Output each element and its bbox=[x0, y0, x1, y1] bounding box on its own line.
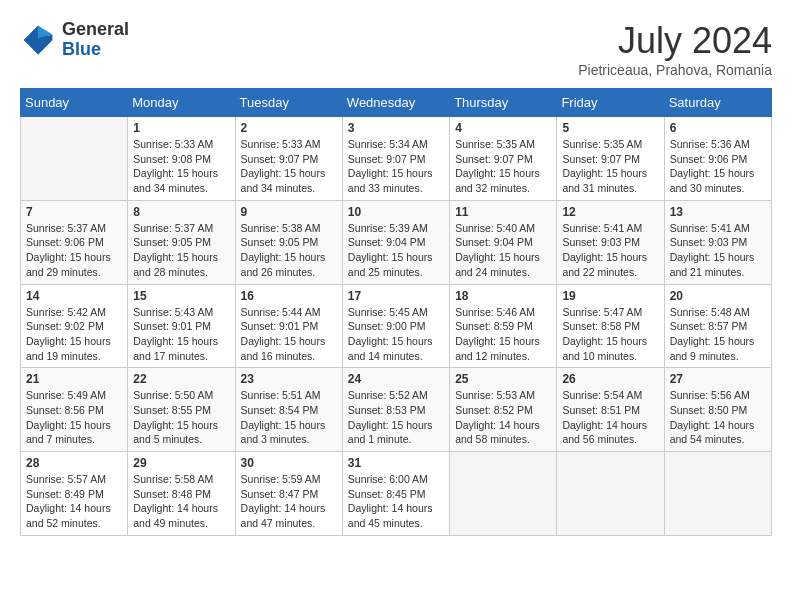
calendar-week-4: 21Sunrise: 5:49 AMSunset: 8:56 PMDayligh… bbox=[21, 368, 772, 452]
calendar-cell: 5Sunrise: 5:35 AMSunset: 9:07 PMDaylight… bbox=[557, 117, 664, 201]
calendar-cell: 16Sunrise: 5:44 AMSunset: 9:01 PMDayligh… bbox=[235, 284, 342, 368]
calendar-cell: 6Sunrise: 5:36 AMSunset: 9:06 PMDaylight… bbox=[664, 117, 771, 201]
day-info: Sunrise: 5:49 AMSunset: 8:56 PMDaylight:… bbox=[26, 388, 122, 447]
day-number: 24 bbox=[348, 372, 444, 386]
day-info: Sunrise: 5:53 AMSunset: 8:52 PMDaylight:… bbox=[455, 388, 551, 447]
calendar-cell: 24Sunrise: 5:52 AMSunset: 8:53 PMDayligh… bbox=[342, 368, 449, 452]
day-info: Sunrise: 5:58 AMSunset: 8:48 PMDaylight:… bbox=[133, 472, 229, 531]
logo-icon bbox=[20, 22, 56, 58]
calendar-table: SundayMondayTuesdayWednesdayThursdayFrid… bbox=[20, 88, 772, 536]
day-info: Sunrise: 5:38 AMSunset: 9:05 PMDaylight:… bbox=[241, 221, 337, 280]
calendar-cell: 11Sunrise: 5:40 AMSunset: 9:04 PMDayligh… bbox=[450, 200, 557, 284]
calendar-cell: 2Sunrise: 5:33 AMSunset: 9:07 PMDaylight… bbox=[235, 117, 342, 201]
header-day-tuesday: Tuesday bbox=[235, 89, 342, 117]
day-info: Sunrise: 5:54 AMSunset: 8:51 PMDaylight:… bbox=[562, 388, 658, 447]
day-number: 30 bbox=[241, 456, 337, 470]
day-info: Sunrise: 5:33 AMSunset: 9:07 PMDaylight:… bbox=[241, 137, 337, 196]
day-info: Sunrise: 5:46 AMSunset: 8:59 PMDaylight:… bbox=[455, 305, 551, 364]
calendar-cell bbox=[557, 452, 664, 536]
calendar-cell: 31Sunrise: 6:00 AMSunset: 8:45 PMDayligh… bbox=[342, 452, 449, 536]
day-number: 16 bbox=[241, 289, 337, 303]
header-day-wednesday: Wednesday bbox=[342, 89, 449, 117]
day-number: 2 bbox=[241, 121, 337, 135]
calendar-cell bbox=[21, 117, 128, 201]
calendar-cell: 8Sunrise: 5:37 AMSunset: 9:05 PMDaylight… bbox=[128, 200, 235, 284]
calendar-header: SundayMondayTuesdayWednesdayThursdayFrid… bbox=[21, 89, 772, 117]
day-number: 20 bbox=[670, 289, 766, 303]
calendar-cell: 22Sunrise: 5:50 AMSunset: 8:55 PMDayligh… bbox=[128, 368, 235, 452]
day-number: 11 bbox=[455, 205, 551, 219]
header-day-sunday: Sunday bbox=[21, 89, 128, 117]
calendar-cell: 10Sunrise: 5:39 AMSunset: 9:04 PMDayligh… bbox=[342, 200, 449, 284]
day-info: Sunrise: 5:48 AMSunset: 8:57 PMDaylight:… bbox=[670, 305, 766, 364]
calendar-cell: 7Sunrise: 5:37 AMSunset: 9:06 PMDaylight… bbox=[21, 200, 128, 284]
logo-text: General Blue bbox=[62, 20, 129, 60]
calendar-week-3: 14Sunrise: 5:42 AMSunset: 9:02 PMDayligh… bbox=[21, 284, 772, 368]
header-day-friday: Friday bbox=[557, 89, 664, 117]
day-number: 27 bbox=[670, 372, 766, 386]
calendar-body: 1Sunrise: 5:33 AMSunset: 9:08 PMDaylight… bbox=[21, 117, 772, 536]
day-number: 4 bbox=[455, 121, 551, 135]
day-number: 7 bbox=[26, 205, 122, 219]
day-info: Sunrise: 5:33 AMSunset: 9:08 PMDaylight:… bbox=[133, 137, 229, 196]
calendar-cell: 21Sunrise: 5:49 AMSunset: 8:56 PMDayligh… bbox=[21, 368, 128, 452]
calendar-cell: 14Sunrise: 5:42 AMSunset: 9:02 PMDayligh… bbox=[21, 284, 128, 368]
day-info: Sunrise: 5:51 AMSunset: 8:54 PMDaylight:… bbox=[241, 388, 337, 447]
day-info: Sunrise: 5:40 AMSunset: 9:04 PMDaylight:… bbox=[455, 221, 551, 280]
title-block: July 2024 Pietriceaua, Prahova, Romania bbox=[578, 20, 772, 78]
day-info: Sunrise: 5:37 AMSunset: 9:06 PMDaylight:… bbox=[26, 221, 122, 280]
day-number: 12 bbox=[562, 205, 658, 219]
calendar-cell: 4Sunrise: 5:35 AMSunset: 9:07 PMDaylight… bbox=[450, 117, 557, 201]
calendar-cell: 23Sunrise: 5:51 AMSunset: 8:54 PMDayligh… bbox=[235, 368, 342, 452]
logo-general: General bbox=[62, 20, 129, 40]
day-number: 3 bbox=[348, 121, 444, 135]
calendar-cell: 1Sunrise: 5:33 AMSunset: 9:08 PMDaylight… bbox=[128, 117, 235, 201]
day-number: 29 bbox=[133, 456, 229, 470]
calendar-cell: 29Sunrise: 5:58 AMSunset: 8:48 PMDayligh… bbox=[128, 452, 235, 536]
day-info: Sunrise: 5:34 AMSunset: 9:07 PMDaylight:… bbox=[348, 137, 444, 196]
calendar-cell: 15Sunrise: 5:43 AMSunset: 9:01 PMDayligh… bbox=[128, 284, 235, 368]
day-number: 19 bbox=[562, 289, 658, 303]
day-info: Sunrise: 5:45 AMSunset: 9:00 PMDaylight:… bbox=[348, 305, 444, 364]
calendar-title: July 2024 bbox=[578, 20, 772, 62]
header-day-thursday: Thursday bbox=[450, 89, 557, 117]
day-info: Sunrise: 5:44 AMSunset: 9:01 PMDaylight:… bbox=[241, 305, 337, 364]
header-row: SundayMondayTuesdayWednesdayThursdayFrid… bbox=[21, 89, 772, 117]
day-number: 28 bbox=[26, 456, 122, 470]
day-number: 22 bbox=[133, 372, 229, 386]
day-number: 6 bbox=[670, 121, 766, 135]
calendar-cell: 12Sunrise: 5:41 AMSunset: 9:03 PMDayligh… bbox=[557, 200, 664, 284]
calendar-cell: 26Sunrise: 5:54 AMSunset: 8:51 PMDayligh… bbox=[557, 368, 664, 452]
calendar-cell: 13Sunrise: 5:41 AMSunset: 9:03 PMDayligh… bbox=[664, 200, 771, 284]
calendar-cell: 18Sunrise: 5:46 AMSunset: 8:59 PMDayligh… bbox=[450, 284, 557, 368]
day-info: Sunrise: 6:00 AMSunset: 8:45 PMDaylight:… bbox=[348, 472, 444, 531]
day-info: Sunrise: 5:56 AMSunset: 8:50 PMDaylight:… bbox=[670, 388, 766, 447]
day-number: 26 bbox=[562, 372, 658, 386]
day-info: Sunrise: 5:50 AMSunset: 8:55 PMDaylight:… bbox=[133, 388, 229, 447]
day-number: 23 bbox=[241, 372, 337, 386]
calendar-week-1: 1Sunrise: 5:33 AMSunset: 9:08 PMDaylight… bbox=[21, 117, 772, 201]
calendar-cell: 25Sunrise: 5:53 AMSunset: 8:52 PMDayligh… bbox=[450, 368, 557, 452]
header-day-saturday: Saturday bbox=[664, 89, 771, 117]
day-number: 31 bbox=[348, 456, 444, 470]
calendar-subtitle: Pietriceaua, Prahova, Romania bbox=[578, 62, 772, 78]
day-info: Sunrise: 5:42 AMSunset: 9:02 PMDaylight:… bbox=[26, 305, 122, 364]
calendar-week-5: 28Sunrise: 5:57 AMSunset: 8:49 PMDayligh… bbox=[21, 452, 772, 536]
day-info: Sunrise: 5:59 AMSunset: 8:47 PMDaylight:… bbox=[241, 472, 337, 531]
day-info: Sunrise: 5:41 AMSunset: 9:03 PMDaylight:… bbox=[670, 221, 766, 280]
day-info: Sunrise: 5:43 AMSunset: 9:01 PMDaylight:… bbox=[133, 305, 229, 364]
day-info: Sunrise: 5:52 AMSunset: 8:53 PMDaylight:… bbox=[348, 388, 444, 447]
day-number: 13 bbox=[670, 205, 766, 219]
day-info: Sunrise: 5:36 AMSunset: 9:06 PMDaylight:… bbox=[670, 137, 766, 196]
calendar-cell: 20Sunrise: 5:48 AMSunset: 8:57 PMDayligh… bbox=[664, 284, 771, 368]
calendar-cell: 3Sunrise: 5:34 AMSunset: 9:07 PMDaylight… bbox=[342, 117, 449, 201]
calendar-cell: 9Sunrise: 5:38 AMSunset: 9:05 PMDaylight… bbox=[235, 200, 342, 284]
day-number: 10 bbox=[348, 205, 444, 219]
calendar-cell: 19Sunrise: 5:47 AMSunset: 8:58 PMDayligh… bbox=[557, 284, 664, 368]
header-day-monday: Monday bbox=[128, 89, 235, 117]
calendar-cell: 27Sunrise: 5:56 AMSunset: 8:50 PMDayligh… bbox=[664, 368, 771, 452]
calendar-week-2: 7Sunrise: 5:37 AMSunset: 9:06 PMDaylight… bbox=[21, 200, 772, 284]
day-info: Sunrise: 5:35 AMSunset: 9:07 PMDaylight:… bbox=[562, 137, 658, 196]
calendar-cell bbox=[450, 452, 557, 536]
day-number: 15 bbox=[133, 289, 229, 303]
